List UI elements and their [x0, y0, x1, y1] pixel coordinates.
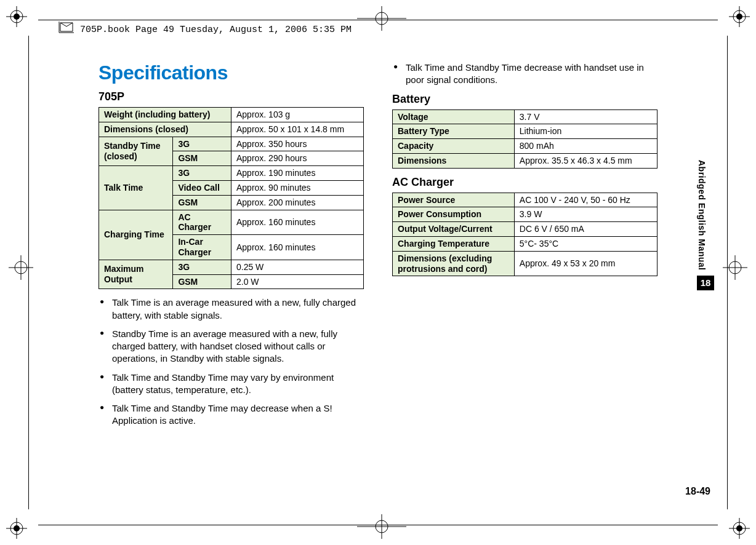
charging-temp-value: 5°C- 35°C [514, 237, 657, 252]
output-voltage-value: DC 6 V / 650 mA [514, 222, 657, 237]
svg-point-15 [736, 525, 742, 531]
talk-gsm-value: Approx. 200 minutes [231, 195, 363, 210]
standby-gsm-value: Approx. 290 hours [231, 151, 363, 166]
note-item: Talk Time and Standby Time decrease with… [392, 62, 657, 87]
crop-cross-icon [723, 255, 747, 280]
crop-cross-icon [357, 514, 406, 539]
voltage-label: Voltage [393, 109, 515, 124]
standby-3g-value: Approx. 350 hours [231, 137, 363, 151]
charge-ac-value: Approx. 160 minutes [231, 210, 363, 235]
table-row: Voltage3.7 V [393, 109, 657, 124]
battery-dimensions-label: Dimensions [393, 153, 515, 168]
talk-videocall-label: Video Call [173, 180, 231, 195]
max-gsm-value: 2.0 W [231, 274, 363, 289]
svg-point-3 [14, 14, 20, 20]
spec-table-accharger: Power SourceAC 100 V - 240 V, 50 - 60 Hz… [392, 193, 657, 277]
table-row: Weight (including battery) Approx. 103 g [99, 108, 364, 122]
table-row: Output Voltage/CurrentDC 6 V / 650 mA [393, 222, 657, 237]
table-row: Dimensions (excluding protrusions and co… [393, 251, 657, 276]
svg-point-11 [14, 525, 20, 531]
specifications-heading: Specifications [99, 62, 364, 84]
dimensions-value: Approx. 50 x 101 x 14.8 mm [231, 122, 363, 137]
chapter-number-badge: 18 [697, 276, 714, 290]
framemaker-book-icon [58, 20, 76, 38]
charge-incar-value: Approx. 160 minutes [231, 235, 363, 260]
table-row: Power SourceAC 100 V - 240 V, 50 - 60 Hz [393, 193, 657, 207]
table-row: Charging Time AC Charger Approx. 160 min… [99, 210, 364, 235]
max-gsm-label: GSM [173, 274, 231, 289]
table-row: Dimensions (closed) Approx. 50 x 101 x 1… [99, 122, 364, 137]
power-consumption-value: 3.9 W [514, 207, 657, 222]
dimensions-label: Dimensions (closed) [99, 122, 231, 137]
crop-cross-icon [357, 6, 406, 31]
left-column: Specifications 705P Weight (including ba… [99, 62, 364, 483]
right-column: Talk Time and Standby Time decrease with… [392, 62, 657, 483]
weight-value: Approx. 103 g [231, 108, 363, 122]
charge-incar-label: In-Car Charger [173, 235, 231, 260]
svg-point-7 [736, 14, 742, 20]
max-3g-label: 3G [173, 260, 231, 274]
battery-type-value: Lithium-ion [514, 124, 657, 139]
charging-time-label: Charging Time [99, 210, 173, 260]
standby-3g-label: 3G [173, 137, 231, 151]
table-row: Talk Time 3G Approx. 190 minutes [99, 166, 364, 181]
charger-dimensions-value: Approx. 49 x 53 x 20 mm [514, 251, 657, 276]
registration-mark-icon [729, 518, 750, 539]
battery-heading: Battery [392, 93, 657, 106]
spec-table-705p: Weight (including battery) Approx. 103 g… [99, 107, 364, 289]
note-item: Talk Time and Standby Time may decrease … [99, 402, 364, 428]
battery-type-label: Battery Type [393, 124, 515, 139]
table-row: Power Consumption3.9 W [393, 207, 657, 222]
table-row: Maximum Output 3G 0.25 W [99, 260, 364, 274]
ac-charger-heading: AC Charger [392, 176, 657, 189]
talk-3g-value: Approx. 190 minutes [231, 166, 363, 181]
frame-metadata-header: 705P.book Page 49 Tuesday, August 1, 200… [80, 25, 352, 35]
spec-table-battery: Voltage3.7 V Battery TypeLithium-ion Cap… [392, 109, 657, 169]
charge-ac-label: AC Charger [173, 210, 231, 235]
max-3g-value: 0.25 W [231, 260, 363, 274]
note-item: Talk Time is an average measured with a … [99, 296, 364, 322]
output-voltage-label: Output Voltage/Current [393, 222, 515, 237]
table-row: Charging Temperature5°C- 35°C [393, 237, 657, 252]
standby-gsm-label: GSM [173, 151, 231, 166]
talk-gsm-label: GSM [173, 195, 231, 210]
table-row: DimensionsApprox. 35.5 x 46.3 x 4.5 mm [393, 153, 657, 168]
capacity-value: 800 mAh [514, 139, 657, 154]
battery-dimensions-value: Approx. 35.5 x 46.3 x 4.5 mm [514, 153, 657, 168]
talk-3g-label: 3G [173, 166, 231, 181]
standby-time-label: Standby Time (closed) [99, 137, 173, 166]
table-row: Standby Time (closed) 3G Approx. 350 hou… [99, 137, 364, 151]
note-item: Standby Time is an average measured with… [99, 328, 364, 365]
weight-label: Weight (including battery) [99, 108, 231, 122]
side-label: Abridged English Manual [697, 160, 707, 271]
note-item: Talk Time and Standby Time may vary by e… [99, 372, 364, 397]
voltage-value: 3.7 V [514, 109, 657, 124]
power-consumption-label: Power Consumption [393, 207, 515, 222]
power-source-value: AC 100 V - 240 V, 50 - 60 Hz [514, 193, 657, 207]
crop-cross-icon [9, 255, 33, 280]
registration-mark-icon [729, 6, 750, 27]
page-number: 18-49 [685, 486, 710, 497]
charger-dimensions-label: Dimensions (excluding protrusions and co… [393, 251, 515, 276]
table-row: Capacity800 mAh [393, 139, 657, 154]
registration-mark-icon [6, 6, 27, 27]
charging-temp-label: Charging Temperature [393, 237, 515, 252]
talk-time-label: Talk Time [99, 166, 173, 210]
side-tab: Abridged English Manual 18 [697, 160, 715, 290]
registration-mark-icon [6, 518, 27, 539]
notes-list-right: Talk Time and Standby Time decrease with… [392, 62, 657, 87]
notes-list-left: Talk Time is an average measured with a … [99, 296, 364, 427]
model-heading: 705P [99, 90, 364, 103]
table-row: Battery TypeLithium-ion [393, 124, 657, 139]
max-output-label: Maximum Output [99, 260, 173, 289]
capacity-label: Capacity [393, 139, 515, 154]
talk-videocall-value: Approx. 90 minutes [231, 180, 363, 195]
power-source-label: Power Source [393, 193, 515, 207]
